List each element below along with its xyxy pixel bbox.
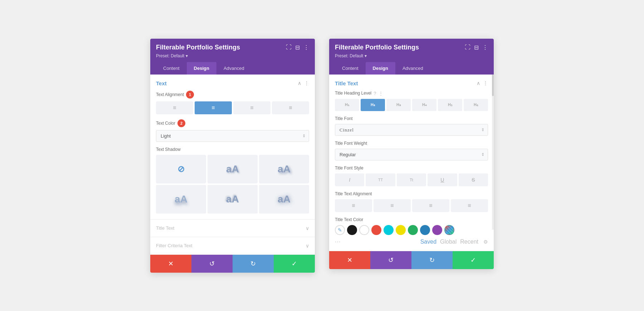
shadow-style-4[interactable]: aA — [208, 185, 258, 214]
right-redo-btn[interactable]: ↻ — [411, 251, 453, 269]
left-panel-footer: ✕ ↺ ↻ ✓ — [150, 255, 315, 273]
right-expand-icon[interactable]: ⛶ — [465, 44, 470, 51]
underline-btn[interactable]: U — [428, 173, 457, 186]
right-panel-footer: ✕ ↺ ↻ ✓ — [329, 251, 494, 269]
title-text-section-title: Title Text — [335, 80, 358, 86]
text-section-chevron[interactable]: ∧ — [298, 80, 301, 86]
left-columns-icon[interactable]: ⊟ — [295, 44, 300, 51]
right-panel-header: Filterable Portfolio Settings ⛶ ⊟ ⋮ Pres… — [329, 39, 494, 75]
tab-content-right[interactable]: Content — [335, 62, 366, 75]
title-text-section-dots[interactable]: ⋮ — [483, 80, 488, 86]
left-panel-title: Filterable Portfolio Settings — [156, 44, 240, 51]
left-expand-icon[interactable]: ⛶ — [286, 44, 292, 51]
align-right-btn[interactable]: ≡ — [233, 101, 270, 114]
filter-criteria-chevron[interactable]: ∨ — [306, 243, 309, 249]
align-justify-btn[interactable]: ≡ — [272, 101, 309, 114]
color-black[interactable] — [347, 225, 357, 235]
shadow-style-1[interactable]: aA — [208, 155, 258, 183]
color-purple[interactable] — [432, 225, 442, 235]
text-section-header: Text ∧ ⋮ — [156, 80, 309, 86]
left-redo-btn[interactable]: ↻ — [233, 255, 274, 273]
left-header-top: Filterable Portfolio Settings ⛶ ⊟ ⋮ — [156, 44, 309, 51]
color-red[interactable] — [371, 225, 381, 235]
scrollbar-track[interactable] — [492, 75, 494, 230]
color-tab-global[interactable]: Global — [440, 239, 457, 245]
color-yellow[interactable] — [396, 225, 406, 235]
font-label-text: Title Font — [335, 116, 353, 121]
align-center-btn[interactable]: ≡ — [195, 101, 232, 114]
shadow-grid: ⊘ aA aA aA aA aA — [156, 155, 309, 214]
right-save-btn[interactable]: ✓ — [453, 251, 494, 269]
uppercase-btn[interactable]: TT — [366, 173, 395, 186]
right-columns-icon[interactable]: ⊟ — [474, 44, 479, 51]
font-style-label: Title Font Style — [335, 166, 364, 171]
align-left-btn[interactable]: ≡ — [156, 101, 193, 114]
color-green[interactable] — [408, 225, 418, 235]
title-color-label-row: Title Text Color — [335, 217, 488, 222]
font-weight-select-wrapper: Regular Bold Light — [335, 149, 488, 161]
shadow-none[interactable]: ⊘ — [156, 155, 206, 183]
tab-advanced-right[interactable]: Advanced — [395, 62, 430, 75]
color-cyan[interactable] — [384, 225, 394, 235]
italic-btn[interactable]: I — [335, 173, 364, 186]
heading-h1-btn[interactable]: H₁ — [335, 99, 359, 111]
title-align-justify-btn[interactable]: ≡ — [451, 199, 488, 212]
tab-content-left[interactable]: Content — [156, 62, 187, 75]
right-more-icon[interactable]: ⋮ — [482, 44, 488, 51]
right-panel-content: 3 Title Text ∧ ⋮ Title Heading Level — [329, 75, 494, 251]
title-text-section-chevron[interactable]: ∧ — [477, 80, 480, 86]
color-select-row: Light Dark Custom — [156, 130, 309, 142]
font-weight-select[interactable]: Regular Bold Light — [335, 149, 488, 161]
left-cancel-btn[interactable]: ✕ — [150, 255, 191, 273]
tab-design-right[interactable]: Design — [366, 62, 395, 75]
heading-h5-btn[interactable]: H₅ — [438, 99, 462, 111]
right-undo-btn[interactable]: ↺ — [370, 251, 411, 269]
heading-h2-btn[interactable]: H₂ — [361, 99, 385, 111]
scrollbar-thumb[interactable] — [492, 75, 494, 96]
shadow-style-2[interactable]: aA — [259, 155, 309, 183]
color-gradient[interactable] — [444, 225, 454, 235]
font-select[interactable]: Cinzel Georgia Times New Roman — [335, 124, 488, 136]
text-section-controls: ∧ ⋮ — [298, 80, 309, 86]
left-more-icon[interactable]: ⋮ — [303, 44, 309, 51]
right-preset[interactable]: Preset: Default ▾ — [335, 53, 488, 58]
tab-advanced-left[interactable]: Advanced — [216, 62, 252, 75]
right-content-wrapper: 3 Title Text ∧ ⋮ Title Heading Level — [329, 75, 494, 251]
shadow-style-5[interactable]: aA — [259, 185, 309, 214]
capitalize-btn[interactable]: Tt — [397, 173, 426, 186]
text-section-dots[interactable]: ⋮ — [304, 80, 309, 86]
left-undo-btn[interactable]: ↺ — [191, 255, 233, 273]
color-picker-btn[interactable]: ✎ — [335, 225, 345, 235]
title-align-right-btn[interactable]: ≡ — [412, 199, 449, 212]
heading-help-icon[interactable]: ? — [374, 91, 376, 96]
tab-design-left[interactable]: Design — [187, 62, 216, 75]
title-text-chevron[interactable]: ∨ — [306, 225, 309, 231]
filter-criteria-collapsed[interactable]: Filter Criteria Text ∨ — [150, 237, 315, 255]
color-label-row: Text Color 2 — [156, 119, 309, 127]
heading-h3-btn[interactable]: H₃ — [386, 99, 411, 111]
title-text-collapsed[interactable]: Title Text ∨ — [150, 220, 315, 237]
heading-dots-icon[interactable]: ⋮ — [379, 91, 383, 96]
color-tab-recent[interactable]: Recent — [460, 239, 478, 245]
color-blue[interactable] — [420, 225, 430, 235]
color-select[interactable]: Light Dark Custom — [156, 130, 309, 142]
title-alignment-label: Title Text Alignment — [335, 191, 372, 196]
font-weight-label: Title Font Weight — [335, 141, 367, 146]
heading-h6-btn[interactable]: H₆ — [464, 99, 488, 111]
color-tab-saved[interactable]: Saved — [420, 239, 436, 245]
right-cancel-btn[interactable]: ✕ — [329, 251, 370, 269]
left-tabs: Content Design Advanced — [156, 62, 309, 75]
color-gear-icon[interactable]: ⚙ — [483, 239, 488, 245]
color-label-text: Text Color — [156, 121, 175, 126]
left-preset[interactable]: Preset: Default ▾ — [156, 53, 309, 58]
color-white[interactable] — [359, 225, 369, 235]
title-align-center-btn[interactable]: ≡ — [374, 199, 411, 212]
shadow-style-3[interactable]: aA — [156, 185, 206, 214]
color-footer-row: ··· Saved Global Recent ⚙ — [335, 239, 488, 245]
strikethrough-btn[interactable]: S — [459, 173, 488, 186]
more-colors-dots[interactable]: ··· — [335, 239, 341, 245]
shadow-label-text: Text Shadow — [156, 147, 181, 152]
left-save-btn[interactable]: ✓ — [274, 255, 315, 273]
heading-h4-btn[interactable]: H₄ — [412, 99, 436, 111]
title-align-left-btn[interactable]: ≡ — [335, 199, 372, 212]
